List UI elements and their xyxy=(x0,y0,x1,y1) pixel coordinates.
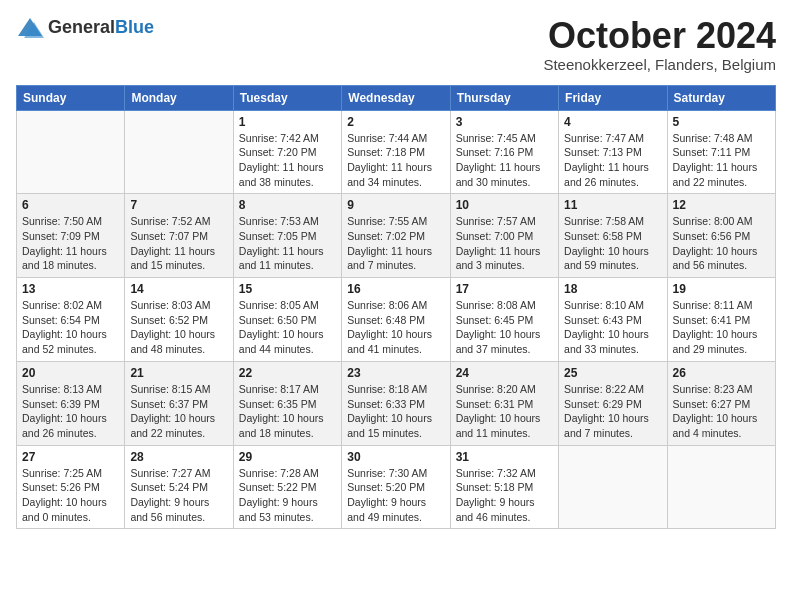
day-info: Sunrise: 7:52 AM Sunset: 7:07 PM Dayligh… xyxy=(130,214,227,273)
calendar-cell: 16Sunrise: 8:06 AM Sunset: 6:48 PM Dayli… xyxy=(342,278,450,362)
calendar-container: GeneralBlue October 2024 Steenokkerzeel,… xyxy=(16,16,776,529)
day-info: Sunrise: 7:53 AM Sunset: 7:05 PM Dayligh… xyxy=(239,214,336,273)
day-number: 15 xyxy=(239,282,336,296)
day-number: 10 xyxy=(456,198,553,212)
day-number: 4 xyxy=(564,115,661,129)
day-info: Sunrise: 8:11 AM Sunset: 6:41 PM Dayligh… xyxy=(673,298,770,357)
day-info: Sunrise: 8:08 AM Sunset: 6:45 PM Dayligh… xyxy=(456,298,553,357)
day-number: 1 xyxy=(239,115,336,129)
calendar-cell: 10Sunrise: 7:57 AM Sunset: 7:00 PM Dayli… xyxy=(450,194,558,278)
calendar-cell: 15Sunrise: 8:05 AM Sunset: 6:50 PM Dayli… xyxy=(233,278,341,362)
day-header-monday: Monday xyxy=(125,85,233,110)
calendar-cell: 9Sunrise: 7:55 AM Sunset: 7:02 PM Daylig… xyxy=(342,194,450,278)
calendar-cell xyxy=(17,110,125,194)
logo-text: GeneralBlue xyxy=(48,17,154,39)
calendar-cell: 5Sunrise: 7:48 AM Sunset: 7:11 PM Daylig… xyxy=(667,110,775,194)
calendar-cell: 31Sunrise: 7:32 AM Sunset: 5:18 PM Dayli… xyxy=(450,445,558,529)
calendar-cell: 29Sunrise: 7:28 AM Sunset: 5:22 PM Dayli… xyxy=(233,445,341,529)
day-number: 16 xyxy=(347,282,444,296)
day-header-sunday: Sunday xyxy=(17,85,125,110)
day-number: 24 xyxy=(456,366,553,380)
day-number: 23 xyxy=(347,366,444,380)
day-number: 25 xyxy=(564,366,661,380)
day-number: 29 xyxy=(239,450,336,464)
day-number: 28 xyxy=(130,450,227,464)
day-info: Sunrise: 8:02 AM Sunset: 6:54 PM Dayligh… xyxy=(22,298,119,357)
calendar-week-row: 13Sunrise: 8:02 AM Sunset: 6:54 PM Dayli… xyxy=(17,278,776,362)
calendar-cell: 21Sunrise: 8:15 AM Sunset: 6:37 PM Dayli… xyxy=(125,361,233,445)
calendar-cell: 28Sunrise: 7:27 AM Sunset: 5:24 PM Dayli… xyxy=(125,445,233,529)
day-number: 20 xyxy=(22,366,119,380)
day-info: Sunrise: 7:58 AM Sunset: 6:58 PM Dayligh… xyxy=(564,214,661,273)
day-header-friday: Friday xyxy=(559,85,667,110)
calendar-week-row: 1Sunrise: 7:42 AM Sunset: 7:20 PM Daylig… xyxy=(17,110,776,194)
day-info: Sunrise: 7:27 AM Sunset: 5:24 PM Dayligh… xyxy=(130,466,227,525)
day-number: 6 xyxy=(22,198,119,212)
day-number: 30 xyxy=(347,450,444,464)
logo-icon xyxy=(16,16,44,40)
day-number: 17 xyxy=(456,282,553,296)
calendar-cell: 23Sunrise: 8:18 AM Sunset: 6:33 PM Dayli… xyxy=(342,361,450,445)
day-number: 19 xyxy=(673,282,770,296)
calendar-cell: 18Sunrise: 8:10 AM Sunset: 6:43 PM Dayli… xyxy=(559,278,667,362)
day-info: Sunrise: 8:05 AM Sunset: 6:50 PM Dayligh… xyxy=(239,298,336,357)
day-info: Sunrise: 7:42 AM Sunset: 7:20 PM Dayligh… xyxy=(239,131,336,190)
calendar-cell: 17Sunrise: 8:08 AM Sunset: 6:45 PM Dayli… xyxy=(450,278,558,362)
day-header-saturday: Saturday xyxy=(667,85,775,110)
calendar-header-row: SundayMondayTuesdayWednesdayThursdayFrid… xyxy=(17,85,776,110)
calendar-cell: 14Sunrise: 8:03 AM Sunset: 6:52 PM Dayli… xyxy=(125,278,233,362)
day-number: 8 xyxy=(239,198,336,212)
day-info: Sunrise: 8:15 AM Sunset: 6:37 PM Dayligh… xyxy=(130,382,227,441)
day-number: 5 xyxy=(673,115,770,129)
calendar-cell: 1Sunrise: 7:42 AM Sunset: 7:20 PM Daylig… xyxy=(233,110,341,194)
calendar-cell: 8Sunrise: 7:53 AM Sunset: 7:05 PM Daylig… xyxy=(233,194,341,278)
day-info: Sunrise: 8:17 AM Sunset: 6:35 PM Dayligh… xyxy=(239,382,336,441)
day-header-tuesday: Tuesday xyxy=(233,85,341,110)
day-info: Sunrise: 8:20 AM Sunset: 6:31 PM Dayligh… xyxy=(456,382,553,441)
calendar-cell: 25Sunrise: 8:22 AM Sunset: 6:29 PM Dayli… xyxy=(559,361,667,445)
calendar-cell: 22Sunrise: 8:17 AM Sunset: 6:35 PM Dayli… xyxy=(233,361,341,445)
day-number: 3 xyxy=(456,115,553,129)
day-info: Sunrise: 8:23 AM Sunset: 6:27 PM Dayligh… xyxy=(673,382,770,441)
day-info: Sunrise: 8:06 AM Sunset: 6:48 PM Dayligh… xyxy=(347,298,444,357)
calendar-cell: 12Sunrise: 8:00 AM Sunset: 6:56 PM Dayli… xyxy=(667,194,775,278)
day-header-wednesday: Wednesday xyxy=(342,85,450,110)
location-subtitle: Steenokkerzeel, Flanders, Belgium xyxy=(543,56,776,73)
day-info: Sunrise: 8:22 AM Sunset: 6:29 PM Dayligh… xyxy=(564,382,661,441)
day-header-thursday: Thursday xyxy=(450,85,558,110)
day-info: Sunrise: 7:48 AM Sunset: 7:11 PM Dayligh… xyxy=(673,131,770,190)
day-info: Sunrise: 7:44 AM Sunset: 7:18 PM Dayligh… xyxy=(347,131,444,190)
day-info: Sunrise: 7:25 AM Sunset: 5:26 PM Dayligh… xyxy=(22,466,119,525)
title-area: October 2024 Steenokkerzeel, Flanders, B… xyxy=(543,16,776,73)
day-info: Sunrise: 7:47 AM Sunset: 7:13 PM Dayligh… xyxy=(564,131,661,190)
day-number: 31 xyxy=(456,450,553,464)
calendar-cell: 7Sunrise: 7:52 AM Sunset: 7:07 PM Daylig… xyxy=(125,194,233,278)
day-info: Sunrise: 8:18 AM Sunset: 6:33 PM Dayligh… xyxy=(347,382,444,441)
day-number: 26 xyxy=(673,366,770,380)
day-number: 18 xyxy=(564,282,661,296)
calendar-cell: 26Sunrise: 8:23 AM Sunset: 6:27 PM Dayli… xyxy=(667,361,775,445)
day-number: 11 xyxy=(564,198,661,212)
day-number: 12 xyxy=(673,198,770,212)
day-number: 22 xyxy=(239,366,336,380)
calendar-cell xyxy=(667,445,775,529)
calendar-table: SundayMondayTuesdayWednesdayThursdayFrid… xyxy=(16,85,776,530)
day-info: Sunrise: 7:28 AM Sunset: 5:22 PM Dayligh… xyxy=(239,466,336,525)
day-info: Sunrise: 7:50 AM Sunset: 7:09 PM Dayligh… xyxy=(22,214,119,273)
day-number: 7 xyxy=(130,198,227,212)
calendar-cell: 11Sunrise: 7:58 AM Sunset: 6:58 PM Dayli… xyxy=(559,194,667,278)
logo: GeneralBlue xyxy=(16,16,154,40)
calendar-cell: 4Sunrise: 7:47 AM Sunset: 7:13 PM Daylig… xyxy=(559,110,667,194)
day-info: Sunrise: 7:30 AM Sunset: 5:20 PM Dayligh… xyxy=(347,466,444,525)
day-number: 27 xyxy=(22,450,119,464)
calendar-cell: 19Sunrise: 8:11 AM Sunset: 6:41 PM Dayli… xyxy=(667,278,775,362)
calendar-week-row: 6Sunrise: 7:50 AM Sunset: 7:09 PM Daylig… xyxy=(17,194,776,278)
calendar-cell: 3Sunrise: 7:45 AM Sunset: 7:16 PM Daylig… xyxy=(450,110,558,194)
day-info: Sunrise: 8:00 AM Sunset: 6:56 PM Dayligh… xyxy=(673,214,770,273)
day-info: Sunrise: 7:57 AM Sunset: 7:00 PM Dayligh… xyxy=(456,214,553,273)
day-info: Sunrise: 7:45 AM Sunset: 7:16 PM Dayligh… xyxy=(456,131,553,190)
day-number: 21 xyxy=(130,366,227,380)
calendar-week-row: 27Sunrise: 7:25 AM Sunset: 5:26 PM Dayli… xyxy=(17,445,776,529)
calendar-cell: 30Sunrise: 7:30 AM Sunset: 5:20 PM Dayli… xyxy=(342,445,450,529)
calendar-cell: 27Sunrise: 7:25 AM Sunset: 5:26 PM Dayli… xyxy=(17,445,125,529)
